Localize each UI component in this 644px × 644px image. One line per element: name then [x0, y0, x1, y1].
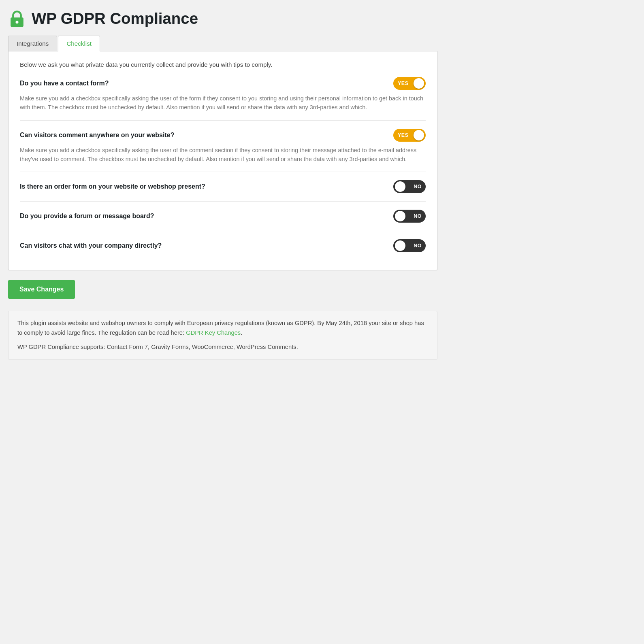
toggle-thumb-forum — [395, 211, 405, 221]
svg-rect-1 — [15, 21, 18, 23]
question-contact-form: Do you have a contact form? — [20, 80, 393, 87]
tab-checklist[interactable]: Checklist — [58, 36, 100, 51]
question-order-form: Is there an order form on your website o… — [20, 183, 393, 190]
card-description: Below we ask you what private data you c… — [20, 61, 426, 68]
toggle-contact-form[interactable]: YES — [393, 77, 426, 90]
checklist-item-comments: Can visitors comment anywhere on your we… — [20, 120, 426, 172]
toggle-label-forum: NO — [414, 213, 422, 219]
toggle-thumb-contact-form — [414, 78, 424, 89]
tab-integrations[interactable]: Integrations — [8, 36, 57, 51]
checklist-item-forum: Do you provide a forum or message board?… — [20, 201, 426, 231]
gdpr-key-changes-link[interactable]: GDPR Key Changes — [186, 329, 241, 336]
toggle-wrapper-forum[interactable]: NO — [393, 210, 426, 223]
toggle-label-chat: NO — [414, 243, 422, 249]
toggle-label-order-form: NO — [414, 184, 422, 189]
description-contact-form: Make sure you add a checkbox specificall… — [20, 94, 426, 112]
toggle-wrapper-comments[interactable]: YES — [393, 129, 426, 142]
toggle-thumb-comments — [414, 130, 424, 140]
footer-paragraph-2: WP GDPR Compliance supports: Contact For… — [17, 342, 428, 352]
toggle-thumb-chat — [395, 240, 405, 251]
toggle-wrapper-order-form[interactable]: NO — [393, 180, 426, 193]
lock-icon — [8, 10, 26, 28]
question-forum: Do you provide a forum or message board? — [20, 213, 393, 220]
footer-text-end: . — [241, 329, 242, 336]
toggle-label-comments: YES — [398, 132, 408, 138]
page-title: WP GDPR Compliance — [32, 10, 198, 28]
checklist-item-contact-form: Do you have a contact form? YES Make sur… — [20, 77, 426, 120]
question-comments: Can visitors comment anywhere on your we… — [20, 132, 393, 139]
checklist-item-order-form: Is there an order form on your website o… — [20, 172, 426, 201]
toggle-forum[interactable]: NO — [393, 210, 426, 223]
save-changes-button[interactable]: Save Changes — [8, 280, 75, 299]
footer-paragraph-1: This plugin assists website and webshop … — [17, 319, 428, 338]
checklist-card: Below we ask you what private data you c… — [8, 51, 437, 270]
toggle-order-form[interactable]: NO — [393, 180, 426, 193]
question-chat: Can visitors chat with your company dire… — [20, 242, 393, 249]
toggle-thumb-order-form — [395, 181, 405, 192]
page-header: WP GDPR Compliance — [8, 10, 437, 28]
tabs-container: Integrations Checklist — [8, 36, 437, 51]
toggle-chat[interactable]: NO — [393, 239, 426, 252]
description-comments: Make sure you add a checkbox specificall… — [20, 146, 426, 164]
toggle-label-contact-form: YES — [398, 81, 408, 86]
toggle-wrapper-chat[interactable]: NO — [393, 239, 426, 252]
checklist-item-chat: Can visitors chat with your company dire… — [20, 231, 426, 260]
toggle-wrapper-contact-form[interactable]: YES — [393, 77, 426, 90]
footer-note: This plugin assists website and webshop … — [8, 311, 437, 360]
toggle-comments[interactable]: YES — [393, 129, 426, 142]
